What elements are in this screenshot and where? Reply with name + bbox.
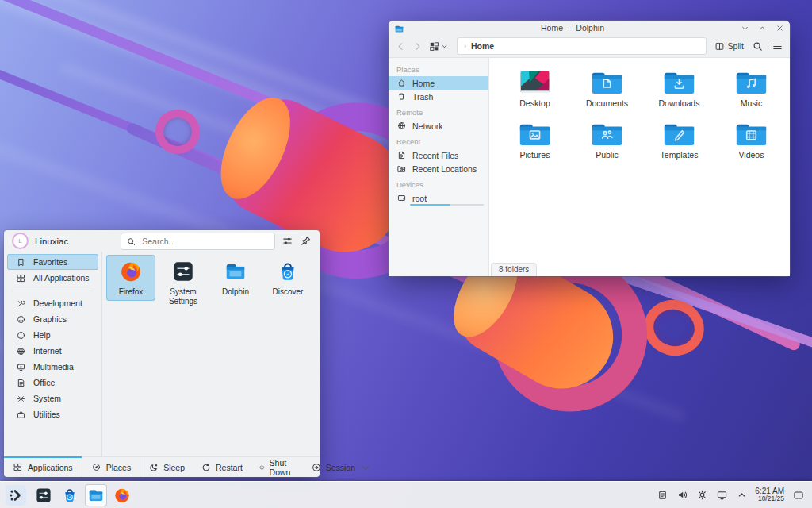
back-icon[interactable] — [395, 40, 407, 52]
tray-icon[interactable] — [736, 489, 748, 501]
forward-icon[interactable] — [412, 40, 423, 52]
session-action[interactable]: Restart — [193, 457, 251, 477]
avatar[interactable]: L — [12, 233, 29, 249]
launcher-category[interactable]: Favorites — [7, 254, 98, 270]
desktop: Home — Dolphin › Home Split — [0, 0, 812, 508]
shutdown-icon — [259, 462, 266, 473]
launcher-header: L Linuxiac — [4, 230, 320, 252]
places-item[interactable]: Recent Files — [389, 148, 488, 162]
search-box[interactable] — [121, 233, 275, 250]
places-item[interactable]: Network — [389, 119, 488, 133]
recent-section: Recent Recent Files Recent Locations — [389, 133, 488, 175]
dolphin-titlebar[interactable]: Home — Dolphin — [389, 21, 790, 35]
launcher-category[interactable]: Office — [7, 375, 98, 391]
places-compass-icon — [91, 462, 102, 472]
launcher-category[interactable]: Internet — [7, 343, 98, 359]
launcher-category[interactable]: Graphics — [7, 311, 98, 327]
tray-icon[interactable] — [676, 489, 688, 501]
launcher-category[interactable]: All Applications — [7, 270, 98, 286]
hamburger-menu-icon[interactable] — [772, 40, 783, 52]
launcher-category[interactable]: Utilities — [7, 406, 98, 422]
search-input[interactable] — [140, 236, 270, 247]
session-action[interactable]: Session — [303, 457, 375, 477]
launcher-category[interactable]: Multimedia — [7, 359, 98, 375]
dolphin-icon — [87, 487, 105, 504]
session-action[interactable]: Shut Down — [251, 457, 303, 477]
app-tile[interactable]: Dolphin — [211, 255, 260, 301]
places-panel: Places Home Trash Remote — [389, 58, 489, 276]
pin-icon[interactable] — [300, 235, 312, 247]
launcher-category[interactable]: System — [7, 391, 98, 406]
folder-item[interactable]: Documents — [571, 69, 643, 108]
dolphin-window: Home — Dolphin › Home Split — [389, 21, 790, 276]
favorites-grid: Firefox System Settings Dolphin Discover — [102, 252, 320, 456]
section-title: Recent — [389, 133, 488, 148]
drive-icon — [396, 193, 407, 203]
maximize-icon[interactable] — [758, 24, 767, 33]
folder-item[interactable]: Videos — [715, 121, 787, 160]
tray-icon[interactable] — [696, 489, 708, 501]
app-tile[interactable]: System Settings — [159, 255, 208, 310]
taskbar-app[interactable] — [59, 485, 80, 506]
volume-icon — [676, 489, 688, 501]
chevron-up-icon — [736, 489, 748, 501]
places-section: Places Home Trash — [389, 60, 488, 103]
taskbar-app[interactable] — [33, 485, 54, 506]
taskbar-app[interactable] — [86, 485, 106, 506]
dolphin-window-icon — [394, 24, 404, 33]
sleep-icon — [148, 462, 159, 473]
session-action[interactable]: Sleep — [140, 457, 193, 477]
clock[interactable]: 6:21 AM 10/21/25 — [755, 487, 784, 503]
device-item[interactable]: root — [389, 191, 488, 205]
graphics-icon — [16, 314, 26, 325]
application-launcher: L Linuxiac Favorites All Applications — [4, 230, 320, 477]
folder-videos-icon — [734, 121, 768, 148]
all-apps-icon — [13, 462, 23, 472]
multimedia-icon — [16, 362, 26, 372]
app-tile[interactable]: Firefox — [106, 255, 155, 301]
launcher-category[interactable]: Help — [7, 327, 98, 343]
section-title: Devices — [389, 175, 488, 191]
network-icon — [396, 121, 407, 131]
chevron-down-icon[interactable] — [440, 40, 449, 52]
folder-templates-icon — [662, 121, 696, 148]
help-icon — [16, 330, 26, 341]
tray-icon[interactable] — [657, 489, 668, 501]
minimize-icon[interactable] — [741, 24, 749, 33]
footer-tab[interactable]: Applications — [4, 457, 82, 477]
split-button[interactable]: Split — [714, 41, 744, 52]
folder-item[interactable]: Downloads — [643, 69, 715, 108]
taskbar-app[interactable] — [112, 485, 132, 506]
view-mode-icon[interactable] — [428, 40, 440, 52]
launcher-footer: Applications Places Sleep Restart — [4, 456, 320, 477]
firefox-icon — [113, 487, 131, 504]
places-item[interactable]: Home — [389, 76, 488, 90]
folder-music-icon — [734, 69, 768, 96]
search-icon[interactable] — [752, 40, 764, 52]
footer-tab[interactable]: Places — [82, 457, 141, 477]
internet-icon — [16, 346, 26, 356]
folder-item[interactable]: Public — [571, 121, 643, 160]
folder-item[interactable]: Templates — [643, 121, 715, 160]
app-launcher-button[interactable] — [6, 485, 26, 506]
firefox-icon — [119, 260, 143, 283]
app-tile[interactable]: Discover — [263, 255, 312, 301]
folder-item[interactable]: Pictures — [499, 121, 571, 160]
search-icon — [126, 236, 136, 246]
folder-item[interactable]: Music — [715, 69, 787, 108]
close-icon[interactable] — [776, 24, 784, 33]
show-desktop-button[interactable] — [792, 489, 805, 502]
folder-item[interactable]: Desktop — [499, 69, 571, 108]
folder-view[interactable]: Desktop Documents Downloads Musi — [489, 58, 790, 276]
folder-pictures-icon — [518, 121, 552, 148]
places-item[interactable]: Trash — [389, 90, 488, 103]
breadcrumb: Home — [471, 41, 494, 51]
launcher-category[interactable]: Development — [7, 295, 98, 311]
tray-icon[interactable] — [716, 489, 728, 501]
places-item[interactable]: Recent Locations — [389, 162, 488, 175]
location-bar[interactable]: › Home — [457, 37, 707, 55]
configure-icon[interactable] — [282, 235, 293, 247]
status-badge: 8 folders — [491, 263, 537, 276]
system-settings-icon — [35, 487, 52, 504]
folder-documents-icon — [590, 69, 624, 96]
